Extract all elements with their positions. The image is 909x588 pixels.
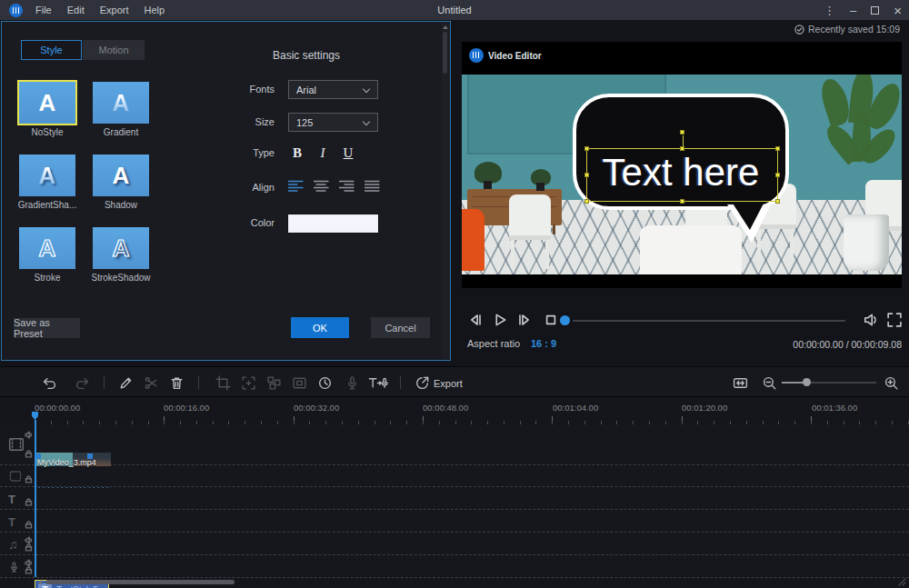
seek-track[interactable] <box>573 320 845 322</box>
scroll-up-arrow-icon[interactable] <box>443 25 448 29</box>
previous-frame-button[interactable] <box>465 311 484 329</box>
preset-stroke[interactable]: A Stroke <box>13 227 82 283</box>
preset-gradientshadow[interactable]: A GradientSha... <box>13 154 82 210</box>
close-button[interactable]: × <box>894 4 902 17</box>
text-track-header[interactable]: T <box>0 488 33 509</box>
zoom-in-button[interactable] <box>884 375 899 391</box>
redo-button[interactable] <box>75 375 90 391</box>
preset-shadow[interactable]: A Shadow <box>86 154 155 210</box>
tab-motion[interactable]: Motion <box>83 40 145 60</box>
mosaic-button[interactable] <box>266 375 282 391</box>
text-track-2[interactable]: T <box>0 511 909 533</box>
record-track[interactable] <box>0 556 909 578</box>
preset-strokeshadow[interactable]: A StrokeShadow <box>86 227 155 283</box>
export-icon[interactable] <box>415 375 430 391</box>
preset-gradient[interactable]: A Gradient <box>86 82 155 137</box>
split-button[interactable] <box>144 375 159 391</box>
preset-letter: A <box>113 236 130 260</box>
lock-track-icon[interactable] <box>25 543 33 552</box>
next-frame-button[interactable] <box>516 311 534 329</box>
rotate-handle[interactable] <box>680 130 684 135</box>
lock-track-icon[interactable] <box>25 566 33 574</box>
color-swatch[interactable] <box>288 214 378 233</box>
text-track-1[interactable]: T T TextStyle5 <box>0 488 909 510</box>
pip-track[interactable] <box>0 466 909 487</box>
fonts-select[interactable]: Arial <box>288 80 378 99</box>
align-justify-button[interactable] <box>365 180 380 193</box>
ruler-label: 00:00:48.00 <box>423 403 468 413</box>
scrollbar-thumb[interactable] <box>443 32 447 74</box>
aspect-ratio-value[interactable]: 16 : 9 <box>531 338 556 349</box>
playhead-line[interactable] <box>35 420 36 577</box>
lock-track-icon[interactable] <box>25 475 33 483</box>
more-options-button[interactable]: ⋮ <box>824 5 835 16</box>
zoom-frame-button[interactable] <box>241 375 256 391</box>
video-track-header[interactable] <box>0 424 33 464</box>
scroll-left-arrow-icon[interactable] <box>38 580 42 585</box>
text-track-header[interactable]: T <box>0 511 33 532</box>
resize-handle[interactable] <box>584 199 589 204</box>
ruler-label: 00:01:04.00 <box>553 403 598 413</box>
tab-style[interactable]: Style <box>21 40 82 60</box>
voiceover-button[interactable] <box>345 375 360 391</box>
timeline-scrollbar[interactable] <box>33 579 898 586</box>
maximize-button[interactable] <box>871 6 879 15</box>
fullscreen-button[interactable] <box>885 311 904 329</box>
window-title: Untitled <box>0 5 909 15</box>
resize-handle[interactable] <box>775 173 780 177</box>
export-button[interactable]: Export <box>434 378 463 389</box>
align-center-button[interactable] <box>314 180 329 193</box>
edit-button[interactable] <box>118 375 134 391</box>
save-as-preset-button[interactable]: Save as Preset <box>14 318 80 338</box>
align-left-button[interactable] <box>288 180 304 193</box>
ok-button[interactable]: OK <box>291 317 349 338</box>
play-button[interactable] <box>491 311 509 329</box>
stop-button[interactable] <box>542 311 560 329</box>
timeline: 00:00:00.00 00:00:16.00 00:00:32.00 00:0… <box>0 397 909 588</box>
lock-track-icon[interactable] <box>25 498 33 506</box>
underline-button[interactable]: U <box>338 144 358 162</box>
duration-button[interactable] <box>317 375 333 391</box>
chevron-down-icon <box>363 118 370 125</box>
seek-handle[interactable] <box>560 315 570 325</box>
minimize-button[interactable]: – <box>850 5 856 16</box>
video-track[interactable]: MyVideo_3.mp4 <box>0 424 909 465</box>
volume-button[interactable] <box>862 311 880 329</box>
zoom-out-button[interactable] <box>762 375 777 391</box>
pip-track-header[interactable] <box>0 466 33 486</box>
scrollbar-thumb[interactable] <box>45 580 235 584</box>
mute-track-icon[interactable] <box>25 431 33 439</box>
resize-handle[interactable] <box>680 199 684 204</box>
preset-nostyle[interactable]: A NoStyle <box>13 82 82 137</box>
bold-button[interactable]: B <box>287 144 307 162</box>
undo-button[interactable] <box>42 375 57 391</box>
resize-handle[interactable] <box>680 146 684 151</box>
freeze-frame-button[interactable] <box>292 375 307 391</box>
text-to-speech-button[interactable] <box>367 375 389 391</box>
lock-track-icon[interactable] <box>25 450 33 458</box>
lock-track-icon[interactable] <box>25 521 33 529</box>
preset-letter: A <box>39 164 56 187</box>
align-right-button[interactable] <box>339 180 355 193</box>
resize-handle[interactable] <box>584 146 589 151</box>
fit-timeline-button[interactable] <box>733 375 748 391</box>
cancel-button[interactable]: Cancel <box>371 317 430 338</box>
timeline-zoom-slider[interactable] <box>782 382 876 384</box>
crop-button[interactable] <box>215 375 231 391</box>
zoom-slider-handle[interactable] <box>803 378 811 386</box>
record-track-header[interactable] <box>0 556 33 577</box>
delete-button[interactable] <box>169 375 185 391</box>
music-track[interactable]: ♫ <box>0 533 909 555</box>
italic-button[interactable]: I <box>313 144 333 162</box>
resize-handle[interactable] <box>775 146 780 151</box>
size-select[interactable]: 125 <box>288 113 378 132</box>
resize-grip-icon[interactable] <box>896 576 907 587</box>
panel-scrollbar[interactable] <box>442 23 449 359</box>
music-track-header[interactable]: ♫ <box>0 533 33 554</box>
text-selection-box[interactable] <box>586 148 778 202</box>
plant-pot <box>844 214 889 271</box>
resize-handle[interactable] <box>775 199 780 204</box>
fonts-value: Arial <box>296 85 316 95</box>
preset-label: Shadow <box>86 200 155 210</box>
resize-handle[interactable] <box>584 173 589 177</box>
